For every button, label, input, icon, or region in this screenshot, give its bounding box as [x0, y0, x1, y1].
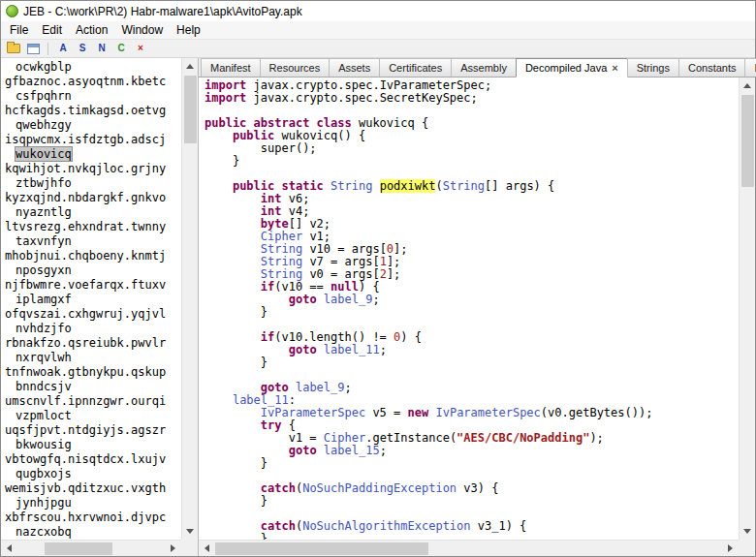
- tree-content[interactable]: ocwkgblpgfbaznoc.asyoqtnm.kbetccsfpqhrnh…: [1, 58, 181, 540]
- scrollbar-corner: [181, 540, 198, 556]
- tab-label: Strings: [637, 62, 670, 74]
- notes-view-icon[interactable]: N: [93, 41, 110, 57]
- tree-item[interactable]: mhobjnui.chqboeny.knmtj: [1, 249, 181, 263]
- menu-help[interactable]: Help: [170, 22, 207, 38]
- tree-item[interactable]: wukovicq: [1, 147, 181, 162]
- tree-item[interactable]: bnndcsjv: [1, 380, 181, 394]
- code-line: }: [205, 155, 739, 168]
- tree-item[interactable]: csfpqhrn: [1, 89, 181, 104]
- tree-item[interactable]: ltvsrezg.ehxndrat.twnny: [1, 220, 181, 234]
- tab-assets[interactable]: Assets: [329, 58, 380, 77]
- tree-item[interactable]: rbnakfzo.qsreiubk.pwvlr: [1, 336, 181, 351]
- arrow-right-icon: [728, 544, 733, 552]
- tab-resources[interactable]: Resources: [260, 58, 331, 77]
- toolbar-divider: [47, 43, 48, 55]
- code-line: }: [205, 306, 739, 319]
- strings-view-icon[interactable]: S: [74, 41, 91, 57]
- tab-certificates[interactable]: Certificates: [379, 58, 452, 77]
- tree-item[interactable]: nvhdzjfo: [1, 322, 181, 336]
- tree-item[interactable]: gfbaznoc.asyoqtnm.kbetc: [1, 75, 181, 89]
- tree-item[interactable]: xbfrscou.hxrvwnoi.djvpc: [1, 511, 181, 525]
- tab-decompiled-java[interactable]: Decompiled Java×: [516, 58, 628, 77]
- tree-item[interactable]: wemisjvb.qditzxuc.vxgth: [1, 481, 181, 496]
- menu-window[interactable]: Window: [114, 22, 170, 38]
- menu-edit[interactable]: Edit: [35, 22, 69, 38]
- tab-label: Resources: [269, 62, 321, 74]
- open-file-icon[interactable]: [5, 41, 22, 57]
- tab-constants[interactable]: Constants: [678, 58, 746, 77]
- tree-vertical-scrollbar[interactable]: [181, 58, 198, 540]
- code-horizontal-scrollbar[interactable]: [199, 540, 739, 556]
- tree-item[interactable]: jynhjpgu: [1, 496, 181, 511]
- tree-item[interactable]: nazcxobq: [1, 525, 181, 540]
- arrow-up-icon: [743, 83, 751, 88]
- jeb-window: JEB - C:\work\PR\2) Habr-malware1\apk\Av…: [0, 0, 756, 557]
- tree-item[interactable]: ztbwjhfo: [1, 176, 181, 191]
- tree-item[interactable]: kyzxqjnd.nbdargkf.gnkvo: [1, 191, 181, 205]
- scroll-up-button[interactable]: [182, 58, 199, 75]
- scroll-right-button[interactable]: [722, 541, 739, 557]
- assembly-view-icon[interactable]: A: [54, 41, 72, 57]
- tree-item[interactable]: vbtowgfq.nisqtdcx.lxujv: [1, 452, 181, 467]
- tabs-bar: ManifestResourcesAssetsCertificatesAssem…: [199, 58, 755, 77]
- scrollbar-thumb[interactable]: [45, 542, 112, 555]
- main-area: ocwkgblpgfbaznoc.asyoqtnm.kbetccsfpqhrnh…: [1, 58, 755, 556]
- tab-manifest[interactable]: Manifest: [201, 58, 261, 77]
- tab-label: Constants: [688, 62, 737, 74]
- tab-close-icon[interactable]: ×: [612, 63, 617, 74]
- code-vertical-scrollbar[interactable]: [739, 77, 755, 540]
- code-line: goto label_15;: [205, 445, 739, 457]
- scrollbar-thumb[interactable]: [215, 542, 428, 555]
- scrollbar-thumb[interactable]: [184, 76, 197, 143]
- tree-item[interactable]: hcfkagds.timkagsd.oetvg: [1, 104, 181, 118]
- tree-item[interactable]: uqsfjpvt.ntdgiyjs.agszr: [1, 423, 181, 438]
- tab-strings[interactable]: Strings: [627, 58, 679, 77]
- arrow-left-icon: [7, 544, 12, 552]
- title-bar: JEB - C:\work\PR\2) Habr-malware1\apk\Av…: [1, 1, 755, 21]
- code-content[interactable]: import javax.crypto.spec.IvParameterSpec…: [199, 77, 739, 540]
- code-line: }: [205, 356, 739, 369]
- scroll-right-button[interactable]: [165, 541, 181, 557]
- tree-item[interactable]: kqwihjot.nvkqjloc.grjny: [1, 162, 181, 176]
- constants-view-icon[interactable]: C: [112, 41, 130, 57]
- scroll-down-button[interactable]: [182, 523, 199, 540]
- tree-item[interactable]: ocwkgblp: [1, 60, 181, 75]
- tree-item[interactable]: qwebhzgy: [1, 118, 181, 133]
- menu-file[interactable]: File: [3, 22, 35, 38]
- document-panel: ManifestResourcesAssetsCertificatesAssem…: [199, 58, 755, 556]
- scroll-left-button[interactable]: [199, 541, 215, 557]
- toolbar: ASNC×: [1, 40, 755, 58]
- tree-item[interactable]: vzpmloct: [1, 409, 181, 423]
- scrollbar-corner: [739, 540, 755, 556]
- tab-label: Decompiled Java: [525, 62, 607, 74]
- tree-item[interactable]: qugbxojs: [1, 467, 181, 481]
- tree-item[interactable]: njfbwmre.voefarqx.ftuxv: [1, 278, 181, 293]
- close-view-icon[interactable]: ×: [132, 41, 149, 57]
- menu-bar: FileEditActionWindowHelp: [1, 21, 755, 40]
- code-line: goto label_11;: [205, 344, 739, 356]
- tree-item[interactable]: isqpwcmx.isfdztgb.adscj: [1, 133, 181, 147]
- scroll-down-button[interactable]: [740, 523, 756, 540]
- menu-action[interactable]: Action: [69, 22, 114, 38]
- tree-item[interactable]: iplamgxf: [1, 293, 181, 307]
- tree-item[interactable]: nyazntlg: [1, 205, 181, 220]
- tree-item[interactable]: nposgyxn: [1, 263, 181, 278]
- jeb-logo-icon: [6, 5, 18, 17]
- code-line: goto label_9;: [205, 294, 739, 306]
- scroll-left-button[interactable]: [1, 541, 17, 557]
- code-line: catch(NoSuchPaddingException v3) {: [205, 482, 739, 495]
- scrollbar-thumb[interactable]: [741, 95, 754, 187]
- tree-item[interactable]: bkwousig: [1, 438, 181, 452]
- tree-item[interactable]: nxrqvlwh: [1, 351, 181, 365]
- tree-item[interactable]: ofqvszai.cxhgwruj.yqjvl: [1, 307, 181, 322]
- tree-item[interactable]: taxvnfyn: [1, 234, 181, 249]
- tree-item[interactable]: umscnvlf.ipnnzgwr.ourqi: [1, 394, 181, 409]
- code-line: import javax.crypto.spec.SecretKeySpec;: [205, 92, 739, 105]
- tab-notes[interactable]: Notes: [744, 58, 756, 77]
- scroll-up-button[interactable]: [740, 77, 756, 94]
- tree-horizontal-scrollbar[interactable]: [1, 540, 181, 556]
- class-tree-panel: ocwkgblpgfbaznoc.asyoqtnm.kbetccsfpqhrnh…: [1, 58, 199, 556]
- tab-assembly[interactable]: Assembly: [451, 58, 517, 77]
- workspace-panel-icon[interactable]: [24, 41, 42, 57]
- tree-item[interactable]: tnfnwoak.gtbnykpu.qskup: [1, 365, 181, 380]
